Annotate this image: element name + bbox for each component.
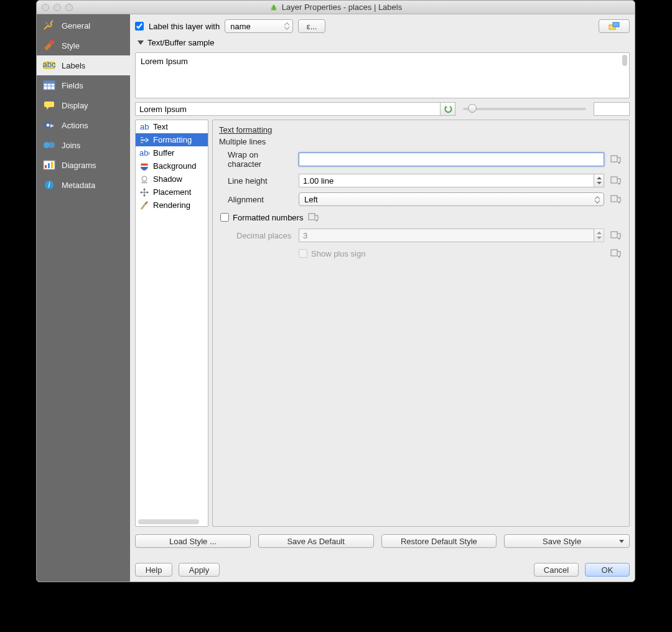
subtab-label: Rendering	[153, 200, 190, 210]
zoom-window-button[interactable]	[65, 4, 73, 11]
subtab-buffer[interactable]: abc Buffer	[136, 146, 208, 159]
data-defined-lineheight[interactable]	[609, 174, 623, 187]
svg-rect-30	[611, 156, 617, 162]
subtabs-scrollbar[interactable]	[138, 519, 199, 524]
chart-icon	[43, 160, 55, 170]
reset-sample-button[interactable]	[441, 102, 455, 116]
sidebar-item-diagrams[interactable]: Diagrams	[37, 155, 130, 175]
svg-rect-9	[44, 101, 54, 107]
save-style-button[interactable]: Save Style	[504, 534, 630, 548]
subtab-list: abc Text Formatting abc Buffer Backgroun…	[135, 120, 208, 527]
svg-rect-21	[613, 22, 619, 27]
apply-button[interactable]: Apply	[179, 563, 220, 577]
rendering-icon	[139, 201, 149, 210]
preview-text: Lorem Ipsum	[141, 57, 188, 66]
sidebar-item-fields[interactable]: Fields	[37, 75, 130, 95]
data-defined-decimal[interactable]	[609, 229, 623, 242]
sidebar-item-labels[interactable]: abc Labels	[37, 55, 130, 75]
automated-placement-button[interactable]	[599, 19, 630, 33]
info-icon: i	[43, 180, 55, 190]
sidebar-item-joins[interactable]: Joins	[37, 135, 130, 155]
preview-size-value[interactable]	[594, 102, 630, 116]
load-style-button[interactable]: Load Style ...	[135, 534, 251, 548]
svg-text:abc: abc	[139, 149, 149, 158]
help-button[interactable]: Help	[135, 563, 172, 577]
subtab-placement[interactable]: Placement	[136, 186, 208, 199]
show-plus-checkbox	[299, 249, 307, 258]
subtab-formatting[interactable]: Formatting	[136, 133, 208, 146]
formatted-numbers-label: Formatted numbers	[233, 213, 303, 222]
subtab-label: Placement	[153, 187, 191, 197]
subtab-shadow[interactable]: Shadow	[136, 172, 208, 186]
main-panel: Label this layer with name ε... Text/Buf…	[130, 14, 635, 582]
brush-icon	[43, 40, 55, 50]
svg-rect-0	[49, 40, 54, 44]
sidebar-item-actions[interactable]: Actions	[37, 115, 130, 135]
subtab-text[interactable]: abc Text	[136, 120, 208, 133]
decimal-label: Decimal places	[219, 231, 294, 240]
svg-point-13	[49, 142, 55, 148]
tooltip-icon	[43, 100, 55, 110]
decimal-places-input	[299, 229, 594, 242]
table-icon	[43, 80, 55, 90]
subtab-label: Shadow	[153, 174, 182, 184]
sidebar-item-label: Metadata	[62, 181, 95, 190]
svg-rect-31	[611, 177, 617, 183]
wrap-character-input[interactable]	[299, 153, 604, 166]
label-field-value: name	[230, 22, 251, 31]
sample-text-input[interactable]	[135, 102, 441, 116]
close-window-button[interactable]	[42, 4, 49, 11]
data-defined-formatted-numbers[interactable]	[307, 211, 320, 224]
svg-text:abc: abc	[43, 60, 55, 69]
preview-scrollbar[interactable]	[622, 55, 627, 66]
ok-button[interactable]: OK	[585, 563, 630, 577]
data-defined-wrap[interactable]	[609, 153, 623, 166]
formatting-panel: Text formatting Multiple lines Wrap on c…	[212, 120, 630, 527]
svg-point-28	[142, 176, 147, 181]
svg-rect-8	[44, 81, 55, 83]
gear-play-icon	[43, 120, 55, 130]
data-defined-show-plus[interactable]	[609, 247, 623, 260]
restore-default-style-button[interactable]: Restore Default Style	[381, 534, 497, 548]
sidebar-item-metadata[interactable]: i Metadata	[37, 175, 130, 195]
label-layer-checkbox[interactable]	[135, 22, 144, 31]
label-icon: abc	[43, 60, 55, 70]
section-heading: Text formatting	[219, 125, 623, 134]
svg-point-29	[141, 181, 147, 183]
expression-button[interactable]: ε...	[298, 19, 325, 33]
labels-engine-icon	[608, 22, 620, 31]
buffer-icon: abc	[139, 149, 149, 158]
data-defined-alignment[interactable]	[609, 193, 623, 205]
subtab-label: Buffer	[153, 148, 174, 158]
undo-icon	[444, 105, 452, 113]
alignment-select[interactable]: Left	[299, 192, 604, 206]
sidebar-item-label: Diagrams	[62, 161, 96, 170]
sidebar-item-style[interactable]: Style	[37, 35, 130, 55]
preview-size-slider[interactable]	[459, 108, 590, 110]
sidebar: General Style abc Labels Fields Display …	[37, 14, 130, 582]
join-icon	[43, 140, 55, 150]
window-controls	[37, 4, 73, 11]
sidebar-item-display[interactable]: Display	[37, 95, 130, 115]
slider-thumb[interactable]	[468, 104, 477, 113]
lineheight-input[interactable]	[299, 174, 594, 187]
formatted-numbers-checkbox[interactable]	[220, 213, 229, 222]
formatting-icon	[139, 136, 149, 144]
cancel-button[interactable]: Cancel	[534, 563, 579, 577]
sidebar-item-label: Actions	[62, 121, 88, 130]
window-title: Layer Properties - places | Labels	[282, 2, 402, 12]
subtab-label: Text	[153, 122, 168, 131]
show-plus-label: Show plus sign	[311, 249, 365, 258]
lineheight-spinner[interactable]	[594, 174, 604, 187]
subtab-background[interactable]: Background	[136, 159, 208, 172]
label-field-combo[interactable]: name	[225, 19, 293, 33]
sidebar-item-label: Labels	[62, 61, 85, 70]
save-as-default-button[interactable]: Save As Default	[258, 534, 374, 548]
sidebar-item-general[interactable]: General	[37, 16, 130, 35]
subtab-label: Formatting	[153, 135, 192, 144]
subtab-rendering[interactable]: Rendering	[136, 199, 208, 212]
svg-rect-32	[611, 196, 617, 202]
minimize-window-button[interactable]	[54, 4, 61, 11]
svg-point-11	[47, 124, 50, 127]
preview-disclosure[interactable]: Text/Buffer sample	[135, 37, 630, 49]
